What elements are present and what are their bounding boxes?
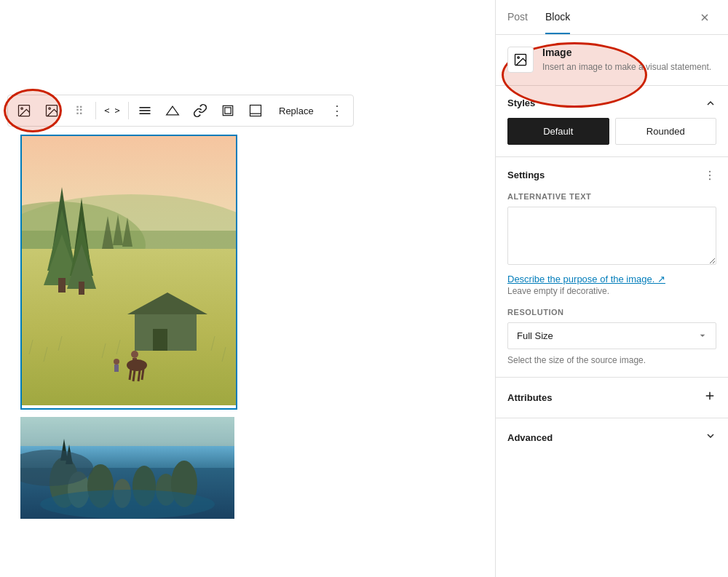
svg-line-41 [130,369,131,380]
sidebar-header: Post Block [496,0,728,35]
svg-point-3 [49,108,51,110]
block-title: Image [542,47,711,58]
svg-rect-5 [140,110,151,111]
settings-title: Settings [507,170,545,180]
svg-point-1 [21,108,23,110]
more-options-btn[interactable]: ⋮ [324,98,350,124]
svg-rect-46 [114,365,119,372]
svg-rect-10 [250,106,261,116]
block-toolbar: ⠿ < > [7,95,354,127]
describe-purpose-link[interactable]: Describe the purpose of the image. ↗ [507,274,716,284]
svg-rect-20 [58,278,66,293]
image-block-icon-2[interactable] [39,98,65,124]
align-btn[interactable] [132,98,158,124]
svg-point-67 [709,178,711,180]
svg-point-66 [709,175,711,176]
image-block-icon-1[interactable] [11,98,37,124]
editor-area: ⠿ < > [0,0,495,577]
alt-text-input[interactable] [507,207,716,265]
describe-hint: Leave empty if decorative. [507,286,716,296]
attributes-header[interactable]: Attributes [507,389,716,406]
toolbar-divider-2 [128,102,129,119]
styles-collapse-btn[interactable] [705,98,716,109]
canvas-content [20,135,282,522]
svg-point-56 [40,490,215,519]
style-rounded-btn[interactable]: Rounded [615,118,717,145]
attributes-section: Attributes [496,378,728,418]
svg-rect-6 [140,113,151,114]
crop-btn[interactable] [215,98,241,124]
resolution-select[interactable]: Thumbnail Medium Large Full Size [507,322,716,349]
block-description: Insert an image to make a visual stateme… [542,61,711,73]
svg-marker-7 [167,106,179,115]
styles-title: Styles [507,98,535,108]
attributes-expand-btn[interactable] [703,389,716,406]
styles-section-header: Styles [507,98,716,109]
image-block-selected[interactable] [20,135,237,410]
svg-point-38 [131,351,138,358]
svg-rect-4 [140,107,151,108]
drag-handle[interactable]: ⠿ [66,98,92,124]
svg-line-43 [138,370,140,381]
sidebar-panel: Post Block Image Insert an image to mak [495,0,728,577]
advanced-header[interactable]: Advanced [507,430,716,445]
svg-line-42 [133,370,135,381]
replace-btn[interactable]: Replace [270,98,323,124]
tab-post[interactable]: Post [507,1,528,34]
resolution-label: RESOLUTION [507,308,716,317]
advanced-section: Advanced [496,418,728,457]
style-default-btn[interactable]: Default [507,118,609,145]
caption-btn[interactable] [242,98,269,124]
image-block-2 [20,417,282,522]
svg-rect-9 [225,108,231,114]
resolution-hint: Select the size of the source image. [507,355,716,365]
svg-line-44 [142,369,143,380]
svg-rect-30 [153,329,167,351]
svg-rect-57 [20,417,234,446]
styles-section: Styles Default Rounded [496,86,728,157]
settings-menu-btn[interactable] [703,169,716,182]
svg-point-65 [709,170,711,172]
code-editor-btn[interactable]: < > [99,98,125,124]
triangle-btn[interactable] [159,98,186,124]
close-sidebar-btn[interactable] [693,6,716,29]
svg-point-45 [114,359,119,365]
sidebar-tabs: Post Block [507,1,570,34]
style-buttons: Default Rounded [507,118,716,145]
toolbar-divider-1 [95,102,96,119]
link-btn[interactable] [187,98,213,124]
svg-point-64 [518,57,520,59]
attributes-title: Attributes [507,392,552,403]
settings-header: Settings [507,169,716,182]
settings-section: Settings ALTERNATIVE TEXT Describe the p… [496,157,728,378]
block-type-icon [507,47,534,73]
advanced-expand-btn[interactable] [705,430,716,445]
tab-block[interactable]: Block [545,1,570,34]
svg-rect-24 [79,282,84,295]
alt-text-label: ALTERNATIVE TEXT [507,192,716,201]
block-info-section: Image Insert an image to make a visual s… [496,35,728,86]
advanced-title: Advanced [507,432,553,443]
block-info-text: Image Insert an image to make a visual s… [542,47,711,73]
